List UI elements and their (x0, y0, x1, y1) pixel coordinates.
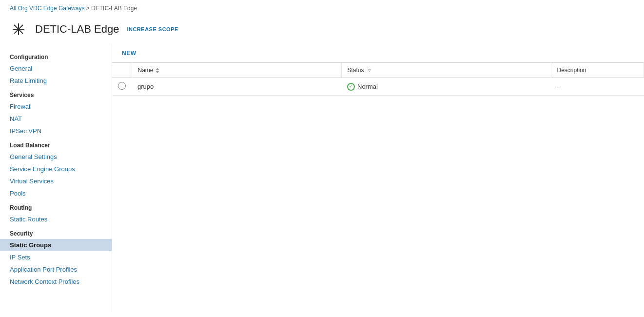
content-area: NEW Name (112, 44, 644, 312)
sidebar-item-static-groups[interactable]: Static Groups (0, 239, 112, 251)
table-container: Name Status ▿ (112, 62, 644, 312)
row-status-cell: Normal (341, 78, 551, 96)
sidebar-item-firewall[interactable]: Firewall (0, 100, 112, 113)
name-sort-down-icon[interactable] (156, 71, 159, 73)
table-row: grupo Normal - (112, 78, 644, 96)
sidebar-item-service-engine-groups[interactable]: Service Engine Groups (0, 163, 112, 175)
toolbar: NEW (112, 44, 644, 62)
sidebar-section-configuration: Configuration (0, 49, 112, 62)
sidebar-item-ipsec-vpn[interactable]: IPSec VPN (0, 125, 112, 137)
main-layout: Configuration General Rate Limiting Serv… (0, 44, 644, 312)
edge-gateway-icon (10, 20, 27, 38)
sidebar-item-rate-limiting[interactable]: Rate Limiting (0, 75, 112, 87)
sidebar-item-nat[interactable]: NAT (0, 113, 112, 125)
breadcrumb: All Org VDC Edge Gateways > DETIC-LAB Ed… (0, 0, 644, 17)
sidebar-item-virtual-services[interactable]: Virtual Services (0, 175, 112, 187)
row-description-cell: - (551, 78, 644, 96)
th-checkbox (112, 63, 132, 78)
sidebar-item-general[interactable]: General (0, 62, 112, 75)
sidebar: Configuration General Rate Limiting Serv… (0, 44, 112, 312)
sidebar-item-ip-sets[interactable]: IP Sets (0, 251, 112, 263)
row-radio-input[interactable] (118, 82, 126, 90)
row-radio-cell (112, 78, 132, 96)
sidebar-item-static-routes[interactable]: Static Routes (0, 213, 112, 225)
row-description: - (557, 83, 559, 90)
sidebar-section-security: Security (0, 225, 112, 239)
status-normal: Normal (347, 83, 545, 91)
status-filter-icon[interactable]: ▿ (368, 67, 371, 74)
status-label: Normal (357, 83, 378, 90)
th-status: Status ▿ (341, 63, 551, 78)
page-header: DETIC-LAB Edge INCREASE SCOPE (0, 17, 644, 44)
sidebar-section-services: Services (0, 87, 112, 100)
sidebar-section-routing: Routing (0, 199, 112, 213)
sidebar-item-pools[interactable]: Pools (0, 187, 112, 199)
sidebar-item-network-context-profiles[interactable]: Network Context Profiles (0, 276, 112, 288)
row-name-cell: grupo (132, 78, 341, 96)
new-button[interactable]: NEW (122, 50, 137, 57)
name-sort-icons[interactable] (156, 68, 159, 73)
sidebar-item-application-port-profiles[interactable]: Application Port Profiles (0, 263, 112, 276)
status-normal-icon (347, 83, 355, 91)
name-sort-up-icon[interactable] (156, 68, 159, 70)
row-name: grupo (137, 83, 154, 90)
breadcrumb-separator: > (86, 5, 91, 12)
static-groups-table: Name Status ▿ (112, 62, 644, 96)
th-description: Description (551, 63, 644, 78)
breadcrumb-current: DETIC-LAB Edge (91, 5, 137, 12)
sidebar-item-general-settings[interactable]: General Settings (0, 151, 112, 163)
page-title: DETIC-LAB Edge (35, 23, 119, 36)
sidebar-section-load-balancer: Load Balancer (0, 137, 112, 151)
breadcrumb-link[interactable]: All Org VDC Edge Gateways (10, 5, 84, 12)
increase-scope-button[interactable]: INCREASE SCOPE (127, 26, 178, 32)
th-name: Name (132, 63, 341, 78)
